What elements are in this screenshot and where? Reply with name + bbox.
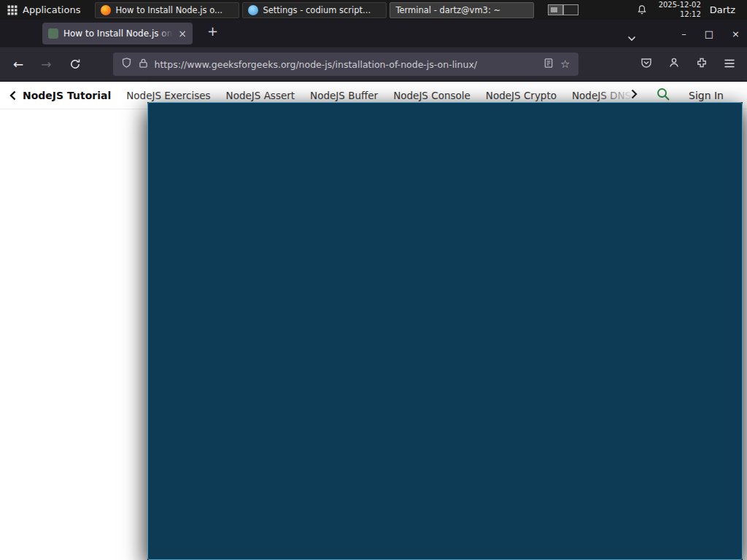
bookmark-star-icon[interactable]: ☆ [560, 59, 570, 70]
workspace-1[interactable] [548, 4, 563, 15]
taskbar-button-title: Settings - codium script... [263, 5, 381, 15]
window-maximize-button[interactable]: □ [705, 28, 713, 39]
back-button[interactable]: ← [13, 58, 23, 71]
taskbar-button[interactable]: Terminal - dartz@vm3: ~ [390, 2, 534, 18]
site-nav-link[interactable]: NodeJS Console [393, 90, 471, 101]
notifications-bell-icon[interactable] [637, 4, 647, 15]
site-nav-current[interactable]: NodeJS Tutorial [23, 90, 111, 101]
sign-in-button[interactable]: Sign In [689, 90, 724, 101]
terminal-icon [147, 102, 743, 560]
site-nav-link[interactable]: NodeJS Assert [226, 90, 295, 101]
extensions-puzzle-icon[interactable] [696, 57, 708, 71]
search-icon[interactable] [656, 87, 670, 104]
menu-hamburger-icon[interactable] [724, 58, 735, 71]
reload-button[interactable] [69, 58, 81, 70]
tab-favicon [48, 28, 58, 39]
taskbar: How to Install Node.js o...Settings - co… [95, 0, 534, 20]
site-nav-link[interactable]: NodeJS Crypto [486, 90, 557, 101]
system-tray: 2025-12-02 12:12 Dartz [548, 0, 747, 20]
chevron-left-icon [9, 90, 16, 101]
chevron-right-icon[interactable] [631, 88, 638, 102]
site-nav-link[interactable]: NodeJS Exercises [126, 90, 210, 101]
taskbar-button[interactable]: Settings - codium script... [242, 2, 387, 18]
reader-view-icon[interactable] [543, 58, 554, 71]
site-nav-back[interactable]: NodeJS Tutorial [9, 90, 111, 101]
list-all-tabs-icon[interactable] [627, 31, 636, 44]
workspace-2[interactable] [563, 4, 578, 15]
tab-close-icon[interactable]: × [178, 28, 187, 39]
window-close-button[interactable]: × [732, 28, 740, 39]
url-text[interactable]: https://www.geeksforgeeks.org/node-js/in… [155, 59, 538, 70]
browser-toolbar: ← → https://www.geeksforgeeks.org/node-j… [0, 47, 747, 82]
desktop-panel: Applications How to Install Node.js o...… [0, 0, 747, 20]
account-icon[interactable] [668, 57, 680, 71]
applications-grid-icon [7, 5, 18, 15]
window-minimize-button[interactable]: – [681, 28, 686, 39]
toolbar-right-icons [640, 57, 735, 71]
new-tab-button[interactable]: + [207, 25, 218, 38]
applications-menu-button[interactable]: Applications [0, 0, 89, 20]
pocket-icon[interactable] [640, 57, 652, 71]
browser-window-controls: – □ × [681, 20, 740, 47]
clock-date: 2025-12-02 [659, 1, 701, 10]
clock-time: 12:12 [659, 10, 701, 20]
taskbar-button-title: Terminal - dartz@vm3: ~ [395, 5, 528, 15]
browser-tab[interactable]: How to Install Node.js on × [42, 23, 193, 44]
url-bar[interactable]: https://www.geeksforgeeks.org/node-js/in… [113, 52, 578, 76]
firefox-icon [101, 5, 111, 15]
lock-icon[interactable] [139, 58, 148, 71]
user-menu[interactable]: Dartz [710, 4, 735, 15]
shield-icon[interactable] [121, 57, 132, 71]
settings-icon [248, 5, 258, 15]
tab-title: How to Install Node.js on [63, 28, 173, 39]
taskbar-button[interactable]: How to Install Node.js o... [95, 2, 239, 18]
applications-label: Applications [23, 4, 80, 15]
forward-button[interactable]: → [41, 58, 51, 71]
browser-tab-strip: How to Install Node.js on × + – □ × [0, 20, 747, 47]
taskbar-button-title: How to Install Node.js o... [115, 5, 233, 15]
workspace-pager[interactable] [548, 4, 578, 15]
site-nav-link[interactable]: NodeJS Buffer [310, 90, 378, 101]
panel-clock[interactable]: 2025-12-02 12:12 [659, 1, 701, 19]
